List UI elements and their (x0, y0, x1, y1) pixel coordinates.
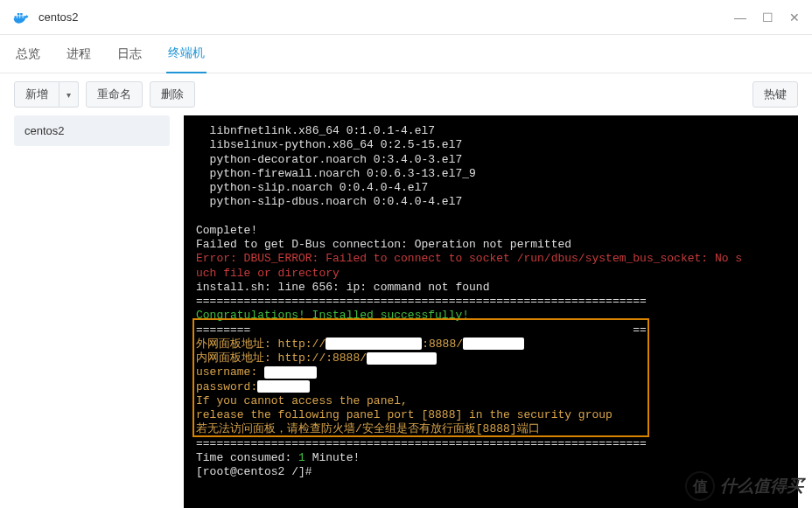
tab-overview[interactable]: 总览 (14, 38, 42, 73)
redacted-ip (326, 338, 422, 350)
app-logo-icon (12, 9, 30, 26)
tab-process[interactable]: 进程 (65, 38, 93, 73)
terminal-output[interactable]: libnfnetlink.x86_64 0:1.0.1-4.el7 libsel… (184, 115, 798, 508)
svg-rect-1 (18, 16, 19, 18)
window-titlebar: centos2 — ☐ ✕ (0, 0, 812, 35)
panel-username-label: username: (196, 365, 264, 379)
term-line: Complete! (196, 224, 257, 237)
panel-external-url-label: 外网面板地址: http:// (196, 338, 326, 351)
svg-rect-3 (18, 13, 19, 16)
new-button[interactable]: 新增 (14, 81, 60, 108)
term-line: python-slip.noarch 0:0.4.0-4.el7 (196, 181, 428, 194)
term-line: Failed to get D-Bus connection: Operatio… (196, 238, 571, 251)
watermark: 值 什么值得买 (685, 471, 803, 501)
svg-rect-0 (15, 16, 18, 18)
sidebar-item-centos2[interactable]: centos2 (14, 115, 170, 146)
panel-info-line: release the following panel port [8888] … (196, 408, 612, 421)
svg-rect-2 (20, 16, 23, 18)
term-line: python-decorator.noarch 0:3.4.0-3.el7 (196, 153, 462, 166)
time-consumed-value: 1 (298, 451, 305, 464)
panel-password-label: password: (196, 380, 257, 393)
terminal-list-sidebar: centos2 (0, 115, 184, 508)
redacted-password (257, 380, 310, 393)
panel-port: :8888/ (422, 338, 463, 351)
panel-info-line: 若无法访问面板，请检查防火墙/安全组是否有放行面板[8888]端口 (196, 422, 540, 435)
term-separator: ======== (196, 324, 250, 337)
watermark-text: 什么值得买 (720, 475, 803, 498)
term-line: libselinux-python.x86_64 0:2.5-15.el7 (196, 138, 462, 151)
tab-terminal[interactable]: 终端机 (166, 37, 206, 73)
delete-button[interactable]: 删除 (150, 81, 195, 108)
svg-rect-4 (20, 13, 23, 16)
redacted-path (367, 352, 437, 365)
watermark-badge-icon: 值 (685, 471, 715, 501)
term-separator: ========================================… (196, 295, 647, 308)
window-title: centos2 (38, 10, 734, 24)
term-separator: ========================================… (196, 437, 647, 450)
tab-log[interactable]: 日志 (116, 38, 144, 73)
new-dropdown-caret[interactable]: ▾ (60, 81, 79, 108)
window-minimize-button[interactable]: — (734, 10, 746, 24)
shell-prompt: [root@centos2 /]# (196, 465, 312, 478)
redacted-username (264, 366, 317, 379)
term-line: libnfnetlink.x86_64 0:1.0.1-4.el7 (196, 124, 435, 137)
term-separator: == (633, 324, 647, 337)
term-line: python-slip-dbus.noarch 0:0.4.0-4.el7 (196, 195, 462, 208)
time-consumed-label: Time consumed: (196, 451, 298, 464)
term-line-error: Error: DBUS_ERROR: Failed to connect to … (196, 252, 742, 265)
redacted-path (463, 338, 524, 350)
hotkey-button[interactable]: 热键 (752, 81, 798, 108)
tab-bar: 总览 进程 日志 终端机 (0, 35, 812, 73)
content-area: centos2 libnfnetlink.x86_64 0:1.0.1-4.el… (0, 115, 812, 508)
term-line-success: Congratulations! Installed successfully! (196, 309, 469, 322)
window-maximize-button[interactable]: ☐ (762, 10, 774, 24)
time-consumed-unit: Minute! (305, 451, 360, 464)
rename-button[interactable]: 重命名 (86, 81, 143, 108)
panel-internal-url-label: 内网面板地址: http://:8888/ (196, 351, 367, 365)
toolbar: 新增 ▾ 重命名 删除 热键 (0, 73, 812, 115)
term-line-error: uch file or directory (196, 267, 340, 280)
term-line: install.sh: line 656: ip: command not fo… (196, 281, 489, 294)
window-close-button[interactable]: ✕ (789, 10, 800, 24)
panel-info-line: If you cannot access the panel, (196, 394, 408, 407)
svg-rect-5 (24, 16, 26, 18)
chevron-down-icon: ▾ (66, 90, 71, 100)
term-line: python-firewall.noarch 0:0.6.3-13.el7_9 (196, 167, 476, 180)
